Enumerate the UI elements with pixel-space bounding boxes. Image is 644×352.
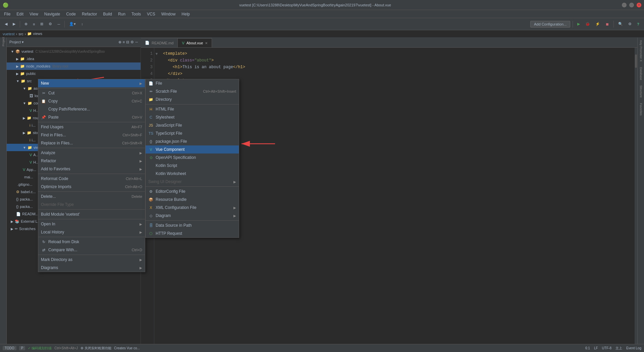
tab-close-button[interactable]: ✕ bbox=[205, 41, 208, 45]
minimize-button[interactable]: ─ bbox=[622, 3, 627, 7]
platform-indicator[interactable]: 主上 bbox=[615, 346, 622, 351]
tree-item-idea[interactable]: ▶ 📁 .idea bbox=[7, 55, 141, 62]
project-split-icon[interactable]: ⊟ bbox=[126, 40, 129, 44]
context-menu-item-cut[interactable]: ✂ Cut Ctrl+X bbox=[38, 89, 145, 97]
submenu-item-typescript[interactable]: TS TypeScript File bbox=[146, 129, 239, 137]
tree-item-public[interactable]: ▶ 📁 public bbox=[7, 70, 141, 77]
check-button[interactable]: ✓ 编码规划扫描 bbox=[28, 346, 52, 351]
ide-settings-button[interactable]: ⚙ bbox=[626, 21, 634, 27]
submenu-item-javascript[interactable]: JS JavaScript File bbox=[146, 121, 239, 129]
context-menu-item-reload[interactable]: ↻ Reload from Disk bbox=[38, 238, 145, 246]
context-menu-item-analyze[interactable]: Analyze ▶ bbox=[38, 149, 145, 157]
context-menu-item-reformat[interactable]: Reformat Code Ctrl+Alt+L bbox=[38, 175, 145, 183]
submenu-item-directory[interactable]: 📁 Directory bbox=[146, 95, 239, 103]
context-menu-item-diagrams[interactable]: Diagrams ▶ bbox=[38, 264, 145, 272]
debug-button[interactable]: 🐞 bbox=[583, 21, 592, 27]
context-menu-item-paste[interactable]: 📌 Paste Ctrl+V bbox=[38, 113, 145, 121]
project-hide-icon[interactable]: ─ bbox=[135, 40, 138, 44]
sidebar-project-icon[interactable]: Project bbox=[1, 39, 6, 44]
menu-run[interactable]: Run bbox=[115, 11, 128, 17]
search-button[interactable]: 🔍 bbox=[616, 21, 625, 27]
project-target-icon[interactable]: ⊕ bbox=[118, 40, 121, 44]
menu-help[interactable]: Help bbox=[179, 11, 193, 17]
context-menu-item-mark-directory[interactable]: Mark Directory as ▶ bbox=[38, 256, 145, 264]
submenu-item-xml-config[interactable]: X XML Configuration File ▶ bbox=[146, 204, 239, 212]
favorites-label[interactable]: Favorites bbox=[639, 102, 643, 117]
todo-button[interactable]: TODO bbox=[3, 346, 16, 350]
add-configuration-button[interactable]: Add Configuration... bbox=[530, 21, 570, 28]
sort-button[interactable]: ⊞ bbox=[38, 21, 45, 27]
context-menu-item-compare-with[interactable]: ⇄ Compare With... Ctrl+D bbox=[38, 246, 145, 254]
menu-refactor[interactable]: Refactor bbox=[79, 11, 100, 17]
project-settings-icon[interactable]: ⚙ bbox=[130, 40, 134, 44]
realtime-button[interactable]: ⚙ 关闭实时检测功能 bbox=[80, 346, 111, 351]
context-menu-item-refactor[interactable]: Refactor ▶ bbox=[38, 157, 145, 165]
inspect-button[interactable]: P bbox=[19, 346, 25, 350]
key-promoter-label[interactable]: Key Promoter X bbox=[639, 39, 643, 63]
context-menu-item-find-in-files[interactable]: Find in Files... Ctrl+Shift+F bbox=[38, 131, 145, 139]
close-button[interactable]: ✕ bbox=[637, 3, 641, 7]
breadcrumb-src[interactable]: src bbox=[18, 32, 23, 36]
submenu-item-diagram[interactable]: ◇ Diagram ▶ bbox=[146, 212, 239, 220]
tab-about[interactable]: V About.vue ✕ bbox=[178, 38, 212, 47]
menu-view[interactable]: View bbox=[27, 11, 41, 17]
submenu-item-editorconfig[interactable]: ⚙ EditorConfig File bbox=[146, 187, 239, 195]
event-log-button[interactable]: Event Log bbox=[626, 346, 641, 350]
help-button[interactable]: ? bbox=[635, 21, 641, 27]
line-ending-indicator[interactable]: LF bbox=[594, 346, 598, 350]
menu-edit[interactable]: Edit bbox=[14, 11, 26, 17]
target-button[interactable]: ⊕ bbox=[22, 21, 30, 27]
encoding-indicator[interactable]: UTF-8 bbox=[602, 346, 611, 350]
submenu-item-vue-component[interactable]: V Vue Component bbox=[146, 145, 239, 153]
menu-navigate[interactable]: Navigate bbox=[42, 11, 63, 17]
menu-code[interactable]: Code bbox=[63, 11, 78, 17]
vcs-button[interactable]: ↑ bbox=[79, 21, 85, 27]
submenu-item-package-json[interactable]: {} package.json File bbox=[146, 137, 239, 145]
scrollbar-thumb[interactable] bbox=[635, 54, 637, 68]
submenu-item-file[interactable]: 📄 File bbox=[146, 79, 239, 87]
submenu-item-resource-bundle[interactable]: 📦 Resource Bundle bbox=[146, 195, 239, 204]
line-col-indicator[interactable]: 6:1 bbox=[585, 346, 590, 350]
profile-run-button[interactable]: ⚡ bbox=[593, 21, 602, 27]
context-menu-item-optimize-imports[interactable]: Optimize Imports Ctrl+Alt+O bbox=[38, 183, 145, 191]
project-dropdown-label[interactable]: Project ▾ bbox=[9, 40, 24, 44]
run-button[interactable]: ▶ bbox=[575, 21, 582, 27]
submenu-item-kotlin-worksheet[interactable]: Kotlin Worksheet bbox=[146, 170, 239, 178]
menu-vcs[interactable]: VCS bbox=[144, 11, 158, 17]
context-menu-item-find-usages[interactable]: Find Usages Alt+F7 bbox=[38, 123, 145, 131]
tree-item-node-modules[interactable]: ▶ 📁 node_modules library root bbox=[7, 62, 141, 70]
submenu-item-kotlin-script[interactable]: Kotlin Script bbox=[146, 162, 239, 170]
settings-button[interactable]: ⚙ bbox=[47, 21, 54, 27]
editor-scrollbar[interactable] bbox=[635, 48, 637, 344]
context-menu-item-add-to-favorites[interactable]: Add to Favorites ▶ bbox=[38, 165, 145, 173]
context-menu-item-open-in[interactable]: Open In ▶ bbox=[38, 220, 145, 228]
forward-button[interactable]: ▶ bbox=[11, 21, 17, 27]
menu-tools[interactable]: Tools bbox=[129, 11, 144, 17]
context-menu-item-build-module[interactable]: Build Module 'vuetest' bbox=[38, 210, 145, 218]
breadcrumb-project[interactable]: vuetest bbox=[3, 32, 14, 36]
context-menu-item-new[interactable]: New ▶ bbox=[38, 79, 145, 87]
context-menu-item-replace-in-files[interactable]: Replace in Files... Ctrl+Shift+R bbox=[38, 139, 145, 147]
submenu-item-scratch-file[interactable]: ✏ Scratch File Ctrl+Alt+Shift+Insert bbox=[146, 87, 239, 95]
menu-file[interactable]: File bbox=[1, 11, 13, 17]
menu-window[interactable]: Window bbox=[159, 11, 178, 17]
structure-label[interactable]: Structure bbox=[639, 84, 643, 99]
maximize-button[interactable]: □ bbox=[629, 3, 634, 7]
collapse-button[interactable]: ≡ bbox=[31, 21, 37, 27]
context-menu-item-copy[interactable]: 📋 Copy Ctrl+C bbox=[38, 97, 145, 105]
submenu-item-data-source[interactable]: 🗄 Data Source in Path bbox=[146, 221, 239, 229]
context-menu-item-delete[interactable]: Delete... Delete bbox=[38, 192, 145, 201]
breadcrumb-views[interactable]: 📁 views bbox=[27, 32, 42, 36]
context-menu-item-copy-path[interactable]: Copy Path/Reference... bbox=[38, 105, 145, 113]
submenu-item-openapi[interactable]: ⊙ OpenAPI Specification bbox=[146, 153, 239, 162]
menu-build[interactable]: Build bbox=[100, 11, 115, 17]
submenu-item-html[interactable]: H HTML File bbox=[146, 105, 239, 113]
context-menu-item-local-history[interactable]: Local History ▶ bbox=[38, 228, 145, 236]
submenu-item-stylesheet[interactable]: C Stylesheet bbox=[146, 113, 239, 121]
stop-button[interactable]: ⏹ bbox=[603, 21, 611, 27]
project-collapse-icon[interactable]: ≡ bbox=[123, 40, 125, 44]
submenu-item-http-request[interactable]: ⬡ HTTP Request bbox=[146, 229, 239, 237]
tab-readme[interactable]: 📄 README.md bbox=[141, 38, 178, 47]
database-label[interactable]: Database bbox=[639, 66, 643, 82]
tree-item-vuetest[interactable]: ▼ 📦 vuetest C:\Users\13288\Desktop\MyVue… bbox=[7, 48, 141, 55]
